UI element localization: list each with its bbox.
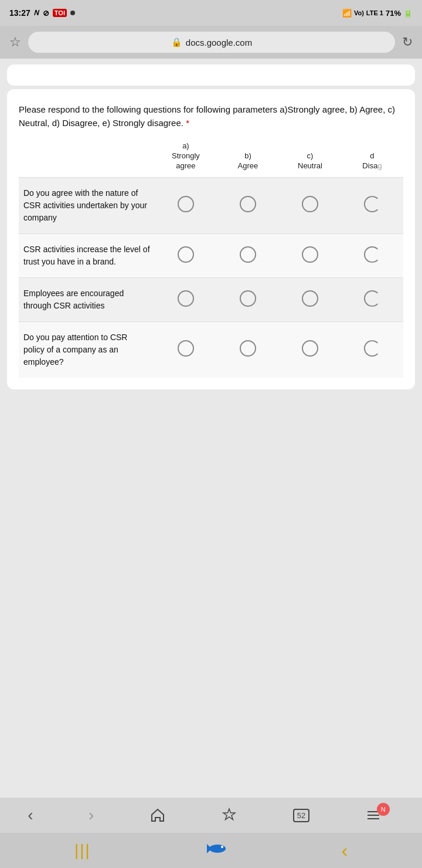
col-header-c: c)Neutral [279, 141, 341, 177]
time-display: 13:27 [9, 8, 30, 18]
radio-cell-1d[interactable] [341, 177, 403, 233]
svg-point-3 [209, 845, 226, 853]
question-text-2: CSR activities increase the level of tru… [19, 233, 155, 277]
battery-percent: 71% [386, 9, 401, 18]
notification-icon: ⊘ [43, 9, 49, 18]
radio-button-3a[interactable] [178, 290, 194, 307]
tabs-count: 52 [297, 811, 305, 820]
question-text-3: Employees are encouraged through CSR act… [19, 277, 155, 321]
battery-icon: 🔋 [403, 9, 413, 18]
network-icon: 𝘕 [34, 8, 39, 18]
radio-cell-4d[interactable] [341, 321, 403, 378]
radio-button-1b[interactable] [240, 196, 256, 212]
radio-button-4c[interactable] [302, 340, 318, 357]
radio-cell-1b[interactable] [217, 177, 279, 233]
radio-button-3c[interactable] [302, 290, 318, 307]
radio-cell-3a[interactable] [155, 277, 217, 321]
radio-cell-3d[interactable] [341, 277, 403, 321]
radio-cell-4c[interactable] [279, 321, 341, 378]
forward-button[interactable]: › [89, 806, 94, 825]
radio-button-1d[interactable] [364, 196, 380, 212]
dot-indicator [70, 11, 75, 15]
table-row: Do you agree with the nature of CSR acti… [19, 177, 403, 233]
status-bar: 13:27 𝘕 ⊘ TOI 📶 Vo) LTE 1 71% 🔋 [0, 0, 422, 26]
radio-button-4d[interactable] [364, 340, 380, 357]
url-text: docs.google.com [186, 38, 252, 48]
radio-cell-2a[interactable] [155, 233, 217, 277]
notification-badge: N [377, 803, 390, 816]
radio-cell-3b[interactable] [217, 277, 279, 321]
radio-cell-3c[interactable] [279, 277, 341, 321]
radio-button-1c[interactable] [302, 196, 318, 212]
table-row: Do you pay attention to CSR policy of a … [19, 321, 403, 378]
radio-cell-1a[interactable] [155, 177, 217, 233]
refresh-icon[interactable]: ↻ [402, 35, 413, 50]
radio-button-4b[interactable] [240, 340, 256, 357]
radio-button-2c[interactable] [302, 246, 318, 263]
radio-cell-2b[interactable] [217, 233, 279, 277]
signal-icon: Vo) [354, 9, 364, 16]
dock-back-icon[interactable]: ‹ [341, 840, 348, 862]
radio-button-4a[interactable] [178, 340, 194, 357]
radio-cell-2c[interactable] [279, 233, 341, 277]
lte-icon: LTE 1 [366, 9, 383, 16]
radio-button-1a[interactable] [178, 196, 194, 212]
app-icon: TOI [53, 9, 67, 17]
svg-point-5 [221, 846, 223, 848]
radio-button-2d[interactable] [364, 246, 380, 263]
col-header-b: b)Agree [217, 141, 279, 177]
nav-bar: ‹ › 52 N [0, 798, 422, 833]
svg-marker-4 [207, 844, 212, 853]
question-text-4: Do you pay attention to CSR policy of a … [19, 321, 155, 378]
top-card-partial [7, 65, 415, 86]
col-header-question [19, 141, 155, 177]
favorites-button[interactable] [221, 807, 237, 823]
radio-button-3b[interactable] [240, 290, 256, 307]
col-header-d: dDisag [341, 141, 403, 177]
radio-cell-2d[interactable] [341, 233, 403, 277]
form-question-header: Please respond to the following question… [19, 103, 403, 130]
url-bar[interactable]: 🔒 docs.google.com [28, 32, 395, 53]
status-bar-left: 13:27 𝘕 ⊘ TOI [9, 8, 75, 18]
col-header-a: a)Stronglyagree [155, 141, 217, 177]
back-button[interactable]: ‹ [28, 806, 33, 825]
table-row: Employees are encouraged through CSR act… [19, 277, 403, 321]
menu-button[interactable]: N [365, 807, 394, 823]
table-header-row: a)Stronglyagree b)Agree c)Neutral dDisag [19, 141, 403, 177]
tabs-button[interactable]: 52 [293, 809, 309, 822]
bookmark-star-icon[interactable]: ☆ [9, 35, 21, 50]
dock-columns-icon[interactable]: ||| [74, 841, 91, 860]
dock-fish-icon[interactable] [205, 841, 228, 860]
bottom-dock: ||| ‹ [0, 833, 422, 868]
radio-cell-4a[interactable] [155, 321, 217, 378]
status-bar-right: 📶 Vo) LTE 1 71% 🔋 [342, 9, 413, 18]
browser-bar: ☆ 🔒 docs.google.com ↻ [0, 26, 422, 59]
radio-cell-1c[interactable] [279, 177, 341, 233]
response-table: a)Stronglyagree b)Agree c)Neutral dDisag… [19, 141, 403, 378]
radio-button-3d[interactable] [364, 290, 380, 307]
question-header-text: Please respond to the following question… [19, 104, 395, 128]
table-row: CSR activities increase the level of tru… [19, 233, 403, 277]
radio-cell-4b[interactable] [217, 321, 279, 378]
lock-icon: 🔒 [171, 37, 182, 48]
radio-button-2b[interactable] [240, 246, 256, 263]
radio-button-2a[interactable] [178, 246, 194, 263]
main-form-card: Please respond to the following question… [7, 89, 415, 389]
wifi-icon: 📶 [342, 9, 352, 18]
home-button[interactable] [149, 807, 166, 823]
question-text-1: Do you agree with the nature of CSR acti… [19, 177, 155, 233]
required-star: * [186, 118, 189, 128]
